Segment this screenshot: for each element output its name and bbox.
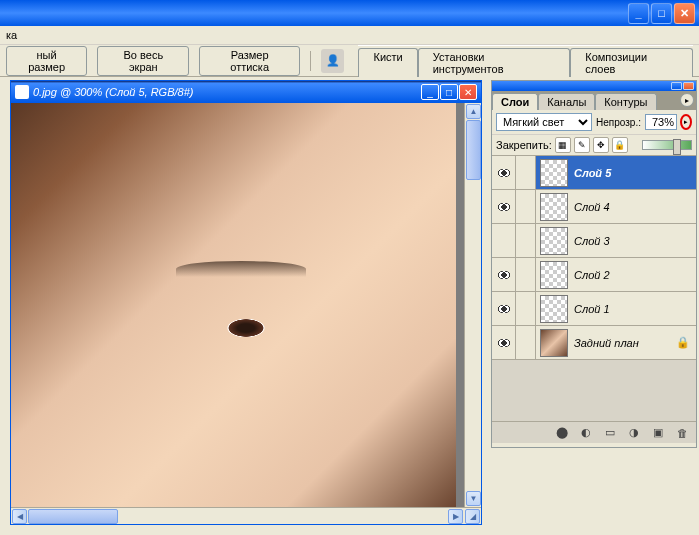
horizontal-scrollbar[interactable]: ◀ ▶ ◢	[11, 507, 481, 524]
actual-size-button[interactable]: ный размер	[6, 46, 87, 76]
panel-title-bar[interactable]	[492, 81, 696, 91]
visibility-toggle[interactable]	[492, 258, 516, 291]
panel-tabs: Слои Каналы Контуры ▸	[492, 91, 696, 110]
fill-slider[interactable]	[642, 140, 692, 150]
stamp-icon: 👤	[321, 49, 345, 73]
opacity-input[interactable]	[645, 114, 677, 130]
tab-brushes[interactable]: Кисти	[358, 48, 417, 77]
opacity-label: Непрозр.:	[596, 117, 641, 128]
doc-minimize-button[interactable]: _	[421, 84, 439, 100]
layer-row[interactable]: Слой 1	[492, 292, 696, 326]
layers-panel: Слои Каналы Контуры ▸ Мягкий свет Непроз…	[491, 80, 697, 448]
app-title-bar: _ □ ✕	[0, 0, 699, 26]
lock-pixels-button[interactable]: ✎	[574, 137, 590, 153]
document-icon	[15, 85, 29, 99]
layer-row[interactable]: Слой 3	[492, 224, 696, 258]
layer-name[interactable]: Слой 5	[572, 167, 696, 179]
lock-label: Закрепить:	[496, 139, 552, 151]
eye-icon	[497, 270, 511, 280]
panel-footer: ⬤ ◐ ▭ ◑ ▣ 🗑	[492, 421, 696, 443]
link-column[interactable]	[516, 292, 536, 325]
lock-icon: 🔒	[676, 336, 690, 349]
link-column[interactable]	[516, 190, 536, 223]
tab-tool-presets[interactable]: Установки инструментов	[418, 48, 571, 77]
document-title-bar[interactable]: 0.jpg @ 300% (Слой 5, RGB/8#) _ □ ✕	[11, 81, 481, 103]
delete-layer-button[interactable]: 🗑	[674, 425, 690, 441]
doc-maximize-button[interactable]: □	[440, 84, 458, 100]
tab-layer-comps[interactable]: Композиции слоев	[570, 48, 693, 77]
blend-mode-select[interactable]: Мягкий свет	[496, 113, 592, 131]
app-close-button[interactable]: ✕	[674, 3, 695, 24]
eye-icon	[497, 338, 511, 348]
document-title: 0.jpg @ 300% (Слой 5, RGB/8#)	[33, 86, 421, 98]
lock-transparency-button[interactable]: ▦	[555, 137, 571, 153]
tab-channels[interactable]: Каналы	[538, 93, 595, 110]
scroll-up-button[interactable]: ▲	[466, 104, 481, 119]
folder-button[interactable]: ▭	[602, 425, 618, 441]
lock-row: Закрепить: ▦ ✎ ✥ 🔒	[492, 135, 696, 156]
image-content	[11, 103, 456, 507]
layer-thumbnail[interactable]	[540, 295, 568, 323]
visibility-toggle[interactable]	[492, 326, 516, 359]
panel-minimize-button[interactable]	[671, 82, 682, 90]
lock-position-button[interactable]: ✥	[593, 137, 609, 153]
toolbar-separator	[310, 51, 311, 71]
document-window: 0.jpg @ 300% (Слой 5, RGB/8#) _ □ ✕ ▲ ▼ …	[10, 80, 482, 525]
layer-thumbnail[interactable]	[540, 159, 568, 187]
full-screen-button[interactable]: Во весь экран	[97, 46, 189, 76]
menu-fragment: ка	[6, 29, 17, 41]
eye-icon	[497, 168, 511, 178]
print-size-button[interactable]: Размер оттиска	[199, 46, 299, 76]
adjustment-button[interactable]: ◑	[626, 425, 642, 441]
app-maximize-button[interactable]: □	[651, 3, 672, 24]
vertical-scrollbar[interactable]: ▲ ▼	[464, 103, 481, 507]
mask-button[interactable]: ◐	[578, 425, 594, 441]
eye-icon	[497, 304, 511, 314]
menu-bar: ка	[0, 26, 699, 45]
canvas-area[interactable]: ▲ ▼	[11, 103, 481, 507]
layer-list: Слой 5Слой 4Слой 3Слой 2Слой 1Задний пла…	[492, 156, 696, 421]
layer-thumbnail[interactable]	[540, 261, 568, 289]
layer-row[interactable]: Задний план🔒	[492, 326, 696, 360]
link-column[interactable]	[516, 258, 536, 291]
layer-name[interactable]: Слой 2	[572, 269, 696, 281]
eye-icon	[497, 202, 511, 212]
doc-close-button[interactable]: ✕	[459, 84, 477, 100]
link-column[interactable]	[516, 156, 536, 189]
layer-name[interactable]: Задний план	[572, 337, 676, 349]
visibility-toggle[interactable]	[492, 292, 516, 325]
link-column[interactable]	[516, 326, 536, 359]
app-minimize-button[interactable]: _	[628, 3, 649, 24]
visibility-toggle[interactable]	[492, 190, 516, 223]
lock-all-button[interactable]: 🔒	[612, 137, 628, 153]
opacity-flyout-button[interactable]: ▸	[680, 114, 692, 130]
visibility-toggle[interactable]	[492, 224, 516, 257]
options-toolbar: ный размер Во весь экран Размер оттиска …	[0, 45, 699, 77]
layer-name[interactable]: Слой 4	[572, 201, 696, 213]
horizontal-scroll-thumb[interactable]	[28, 509, 118, 524]
scroll-right-button[interactable]: ▶	[448, 509, 463, 524]
scroll-down-button[interactable]: ▼	[466, 491, 481, 506]
visibility-toggle[interactable]	[492, 156, 516, 189]
panel-close-button[interactable]	[683, 82, 694, 90]
panel-menu-button[interactable]: ▸	[680, 93, 694, 107]
layer-row[interactable]: Слой 2	[492, 258, 696, 292]
layer-name[interactable]: Слой 3	[572, 235, 696, 247]
layer-row[interactable]: Слой 4	[492, 190, 696, 224]
tab-paths[interactable]: Контуры	[595, 93, 656, 110]
layer-thumbnail[interactable]	[540, 329, 568, 357]
layer-name[interactable]: Слой 1	[572, 303, 696, 315]
link-column[interactable]	[516, 224, 536, 257]
blend-opacity-row: Мягкий свет Непрозр.: ▸	[492, 110, 696, 135]
layer-row[interactable]: Слой 5	[492, 156, 696, 190]
new-layer-button[interactable]: ▣	[650, 425, 666, 441]
scroll-left-button[interactable]: ◀	[12, 509, 27, 524]
layer-thumbnail[interactable]	[540, 227, 568, 255]
layer-thumbnail[interactable]	[540, 193, 568, 221]
vertical-scroll-thumb[interactable]	[466, 120, 481, 180]
fx-button[interactable]: ⬤	[554, 425, 570, 441]
tab-layers[interactable]: Слои	[492, 93, 538, 110]
canvas-resize-handle[interactable]: ◢	[465, 509, 480, 524]
